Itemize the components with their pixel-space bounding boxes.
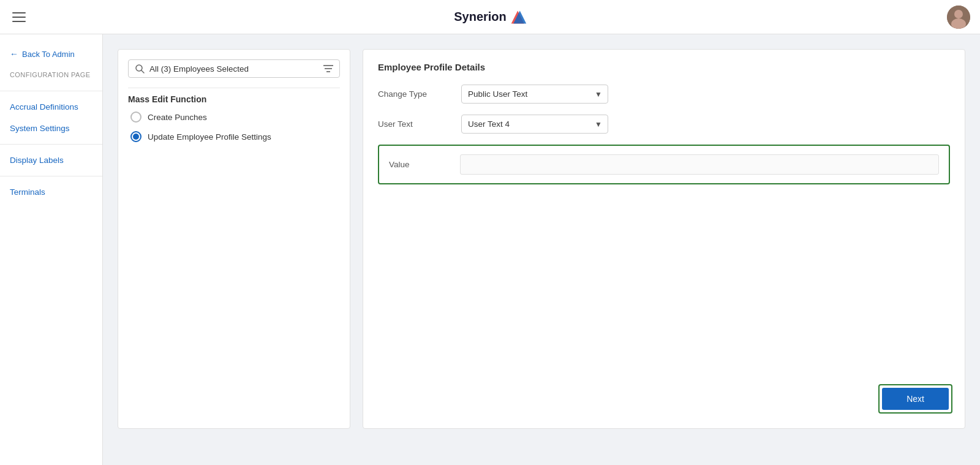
avatar[interactable]: [947, 6, 970, 29]
radio-label-update-profile: Update Employee Profile Settings: [148, 132, 271, 142]
next-button-wrapper: Next: [878, 384, 952, 414]
hamburger-icon[interactable]: [10, 10, 28, 25]
svg-line-6: [141, 70, 144, 73]
radio-circle-update-profile[interactable]: [130, 131, 141, 142]
user-text-select[interactable]: User Text 1 User Text 2 User Text 3 User…: [461, 115, 608, 134]
next-button[interactable]: Next: [882, 388, 949, 410]
mass-edit-radio-group: Create Punches Update Employee Profile S…: [128, 112, 340, 142]
value-label: Value: [389, 160, 450, 169]
sidebar-item-terminals[interactable]: Terminals: [0, 181, 102, 203]
main-layout: ← Back To Admin CONFIGURATION PAGE Accru…: [0, 34, 980, 465]
change-type-select-wrapper: Public User Text Private User Text ▼: [461, 85, 608, 104]
search-icon: [135, 64, 145, 74]
bottom-actions: Next: [878, 384, 952, 414]
search-value: All (3) Employees Selected: [149, 64, 318, 74]
sidebar-divider: [0, 91, 102, 91]
change-type-label: Change Type: [378, 89, 451, 99]
sidebar-divider-3: [0, 176, 102, 176]
mass-edit-title: Mass Edit Function: [128, 88, 340, 112]
change-type-row: Change Type Public User Text Private Use…: [378, 85, 950, 104]
top-navigation: Synerion: [0, 0, 980, 34]
panel-title: Employee Profile Details: [378, 62, 950, 72]
logo-area: Synerion: [454, 9, 526, 26]
sidebar: ← Back To Admin CONFIGURATION PAGE Accru…: [0, 34, 103, 465]
user-text-select-wrapper: User Text 1 User Text 2 User Text 3 User…: [461, 115, 608, 134]
value-section: Value: [378, 145, 950, 184]
value-input[interactable]: [460, 154, 939, 175]
config-section-label: CONFIGURATION PAGE: [0, 69, 102, 86]
user-text-row: User Text User Text 1 User Text 2 User T…: [378, 115, 950, 134]
radio-create-punches[interactable]: Create Punches: [130, 112, 340, 123]
radio-label-create-punches: Create Punches: [148, 113, 207, 122]
radio-update-profile[interactable]: Update Employee Profile Settings: [130, 131, 340, 142]
filter-icon[interactable]: [323, 64, 333, 73]
logo-text: Synerion: [454, 10, 507, 24]
sidebar-item-accrual-definitions[interactable]: Accrual Definitions: [0, 96, 102, 118]
sidebar-item-display-labels[interactable]: Display Labels: [0, 149, 102, 171]
value-row: Value: [389, 154, 939, 175]
change-type-select[interactable]: Public User Text Private User Text: [461, 85, 608, 104]
back-label: Back To Admin: [22, 50, 75, 59]
logo-icon: [509, 9, 526, 26]
sidebar-divider-2: [0, 144, 102, 145]
svg-point-3: [954, 10, 963, 18]
back-arrow-icon: ←: [10, 49, 18, 59]
user-text-label: User Text: [378, 119, 451, 129]
radio-circle-create-punches[interactable]: [130, 112, 141, 123]
sidebar-item-system-settings[interactable]: System Settings: [0, 118, 102, 139]
right-panel: Employee Profile Details Change Type Pub…: [363, 49, 965, 429]
employee-search-bar[interactable]: All (3) Employees Selected: [128, 59, 340, 78]
back-to-admin-link[interactable]: ← Back To Admin: [0, 44, 102, 64]
left-panel: All (3) Employees Selected Mass Edit Fun…: [118, 49, 350, 429]
content-area: All (3) Employees Selected Mass Edit Fun…: [103, 34, 980, 465]
